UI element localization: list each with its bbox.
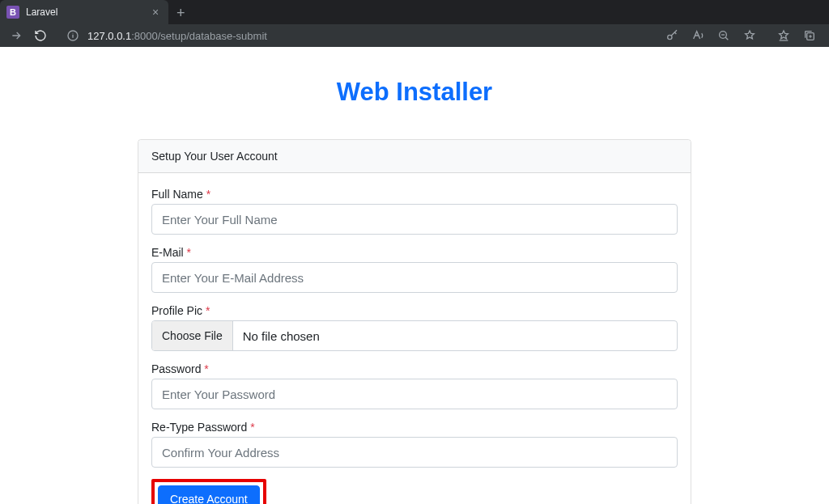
url-text: 127.0.0.1:8000/setup/database-submit [87, 30, 267, 42]
form-group-full-name: Full Name * [151, 188, 678, 235]
card-header: Setup Your User Account [138, 140, 691, 173]
retype-password-label: Re-Type Password * [151, 421, 255, 434]
retype-password-input[interactable] [151, 437, 678, 468]
collections-icon[interactable] [803, 29, 816, 42]
favorite-icon[interactable] [743, 29, 756, 42]
email-label: E-Mail * [151, 246, 191, 259]
toolbar-right [665, 29, 819, 42]
form-group-password: Password * [151, 362, 678, 409]
full-name-label: Full Name * [151, 188, 210, 201]
read-aloud-icon[interactable] [691, 29, 704, 42]
forward-button[interactable] [10, 29, 23, 42]
tab-favicon: B [6, 6, 19, 19]
tab-bar: B Laravel × + [0, 0, 829, 24]
reload-button[interactable] [34, 29, 47, 42]
choose-file-button[interactable]: Choose File [152, 321, 233, 350]
svg-line-5 [725, 37, 728, 40]
zoom-out-icon[interactable] [717, 29, 730, 42]
info-icon[interactable] [66, 29, 79, 42]
full-name-input[interactable] [151, 204, 678, 235]
create-account-button[interactable]: Create Account [158, 485, 260, 504]
highlight-annotation: Create Account [151, 479, 266, 504]
tab-title: Laravel [26, 6, 142, 18]
svg-point-2 [72, 32, 73, 33]
page-title: Web Installer [0, 78, 829, 107]
password-icon[interactable] [665, 29, 678, 42]
card-body: Full Name * E-Mail * Profile Pic * Choos… [138, 173, 691, 504]
browser-tab[interactable]: B Laravel × [0, 0, 168, 24]
url-field[interactable]: 127.0.0.1:8000/setup/database-submit [58, 29, 654, 42]
new-tab-button[interactable]: + [168, 2, 193, 24]
password-input[interactable] [151, 379, 678, 409]
profile-pic-input[interactable]: Choose File No file chosen [151, 320, 678, 351]
favorites-bar-icon[interactable] [777, 29, 790, 42]
form-group-email: E-Mail * [151, 246, 678, 293]
file-status: No file chosen [233, 321, 329, 350]
page-content: Web Installer Setup Your User Account Fu… [0, 78, 829, 504]
browser-chrome: B Laravel × + 127.0.0.1:8000/setup/datab… [0, 0, 829, 47]
email-input[interactable] [151, 262, 678, 293]
profile-pic-label: Profile Pic * [151, 304, 210, 317]
account-card: Setup Your User Account Full Name * E-Ma… [138, 139, 691, 504]
address-bar: 127.0.0.1:8000/setup/database-submit [0, 24, 829, 47]
password-label: Password * [151, 362, 209, 375]
form-group-profile-pic: Profile Pic * Choose File No file chosen [151, 304, 678, 351]
close-icon[interactable]: × [149, 6, 162, 19]
form-group-retype-password: Re-Type Password * [151, 421, 678, 468]
